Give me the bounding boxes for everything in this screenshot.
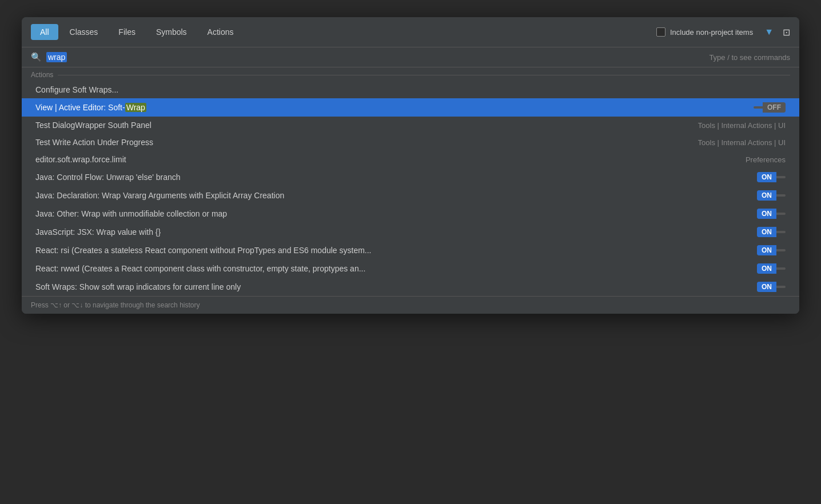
toggle-on-button[interactable]: ON [757,227,786,237]
search-dialog: All Classes Files Symbols Actions Includ… [22,17,799,314]
toggle-label-on: ON [757,282,776,292]
toggle-off-part [776,213,786,215]
tab-symbols[interactable]: Symbols [147,24,196,40]
toggle-on-button[interactable]: ON [757,209,786,219]
result-text: Test Write Action Under Progress [35,138,698,147]
toggle-off-part [776,194,786,197]
filter-icon[interactable]: ▼ [764,27,774,37]
result-meta: Preferences [746,155,786,164]
tab-actions[interactable]: Actions [198,24,243,40]
toggle-label-on: ON [757,190,776,201]
result-row[interactable]: React: rwwd (Creates a React component c… [22,259,799,278]
toggle-label-off: OFF [763,102,786,113]
toggle-off-button[interactable]: OFF [754,102,786,113]
result-row[interactable]: editor.soft.wrap.force.limit Preferences [22,151,799,168]
search-value: wrap [46,52,67,62]
toggle-on-button[interactable]: ON [757,282,786,292]
search-hint: Type / to see commands [709,53,790,62]
toggle-on-button[interactable]: ON [757,245,786,255]
result-text: React: rsi (Creates a stateless React co… [35,246,757,255]
tab-all[interactable]: All [31,24,58,40]
result-text: editor.soft.wrap.force.limit [35,155,746,164]
toggle-off-left [754,106,763,109]
status-bar: Press ⌥↑ or ⌥↓ to navigate through the s… [22,296,799,314]
include-label: Include non-project items [670,28,753,37]
search-input[interactable]: wrap [46,52,704,62]
toggle-label-on: ON [757,227,776,237]
include-checkbox[interactable] [656,27,665,37]
result-text-selected: View | Active Editor: Soft-Wrap [35,103,754,112]
section-label: Actions [22,67,799,81]
toggle-label-on: ON [757,263,776,274]
nav-bar: All Classes Files Symbols Actions Includ… [22,17,799,47]
result-meta: Tools | Internal Actions | UI [698,138,786,147]
result-row[interactable]: JavaScript: JSX: Wrap value with {} ON [22,223,799,241]
result-row[interactable]: Java: Other: Wrap with unmodifiable coll… [22,205,799,223]
result-row[interactable]: Test DialogWrapper South Panel Tools | I… [22,117,799,134]
result-row[interactable]: Configure Soft Wraps... [22,81,799,98]
result-text: Java: Declaration: Wrap Vararg Arguments… [35,191,757,200]
include-area: Include non-project items ▼ ⊡ [656,27,790,38]
result-row[interactable]: Test Write Action Under Progress Tools |… [22,134,799,151]
result-text: Test DialogWrapper South Panel [35,121,698,130]
toggle-off-part [776,286,786,288]
toggle-off-part [776,267,786,270]
toggle-off-part [776,249,786,251]
toggle-label-on: ON [757,172,776,182]
result-text: Configure Soft Wraps... [35,85,786,94]
tab-classes[interactable]: Classes [61,24,107,40]
result-row[interactable]: Soft Wraps: Show soft wrap indicators fo… [22,278,799,296]
toggle-off-part [776,231,786,233]
highlight-wrap: Wrap [125,103,146,112]
result-row[interactable]: React: rsi (Creates a stateless React co… [22,241,799,259]
search-icon: 🔍 [31,52,42,62]
expand-icon[interactable]: ⊡ [783,27,790,38]
result-text: JavaScript: JSX: Wrap value with {} [35,227,757,237]
toggle-on-button[interactable]: ON [757,190,786,201]
toggle-off-part [776,176,786,178]
result-row-selected[interactable]: View | Active Editor: Soft-Wrap OFF [22,98,799,117]
result-row[interactable]: Java: Declaration: Wrap Vararg Arguments… [22,186,799,205]
toggle-on-button[interactable]: ON [757,263,786,274]
toggle-on-button[interactable]: ON [757,172,786,182]
section-divider [58,75,790,75]
result-text: Java: Other: Wrap with unmodifiable coll… [35,209,757,218]
result-meta: Tools | Internal Actions | UI [698,121,786,130]
search-bar: 🔍 wrap Type / to see commands [22,47,799,67]
status-text: Press ⌥↑ or ⌥↓ to navigate through the s… [31,301,200,309]
toggle-label-on: ON [757,245,776,255]
result-text: Java: Control Flow: Unwrap 'else' branch [35,173,757,182]
result-text: React: rwwd (Creates a React component c… [35,264,757,273]
result-row[interactable]: Java: Control Flow: Unwrap 'else' branch… [22,168,799,186]
toggle-label-on: ON [757,209,776,219]
result-text: Soft Wraps: Show soft wrap indicators fo… [35,282,757,291]
tab-files[interactable]: Files [109,24,145,40]
